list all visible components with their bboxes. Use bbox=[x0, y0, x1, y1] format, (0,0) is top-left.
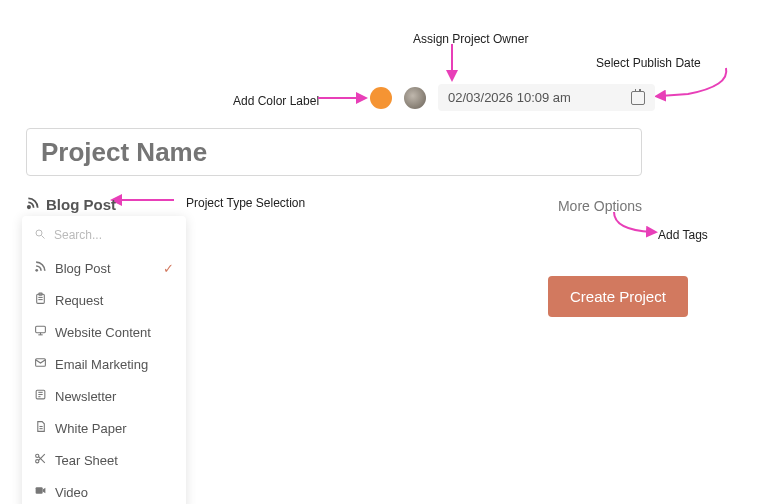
dropdown-item-label: White Paper bbox=[55, 421, 127, 436]
dropdown-item-label: Blog Post bbox=[55, 261, 111, 276]
dropdown-search-input[interactable] bbox=[54, 228, 174, 242]
svg-point-3 bbox=[28, 206, 30, 208]
annot-type-select: Project Type Selection bbox=[186, 196, 305, 210]
create-project-button[interactable]: Create Project bbox=[548, 276, 688, 317]
dropdown-item-label: Video bbox=[55, 485, 88, 500]
dropdown-item[interactable]: Newsletter bbox=[22, 380, 186, 412]
dropdown-item-label: Newsletter bbox=[55, 389, 116, 404]
rss-icon bbox=[34, 260, 47, 276]
scissors-icon bbox=[34, 452, 47, 468]
news-icon bbox=[34, 388, 47, 404]
publish-date-picker[interactable]: 02/03/2026 10:09 am bbox=[438, 84, 655, 111]
dropdown-item[interactable]: Blog Post✓ bbox=[22, 252, 186, 284]
svg-point-4 bbox=[36, 230, 42, 236]
annot-add-tags: Add Tags bbox=[658, 228, 708, 242]
more-options-link[interactable]: More Options bbox=[558, 198, 642, 214]
color-label-dot[interactable] bbox=[370, 87, 392, 109]
doc-icon bbox=[34, 420, 47, 436]
svg-line-5 bbox=[42, 236, 45, 239]
project-name-input[interactable] bbox=[26, 128, 642, 176]
project-type-label: Blog Post bbox=[46, 196, 116, 213]
annot-select-date: Select Publish Date bbox=[596, 56, 701, 70]
project-type-dropdown: Blog Post✓RequestWebsite ContentEmail Ma… bbox=[22, 216, 186, 504]
dropdown-item[interactable]: Email Marketing bbox=[22, 348, 186, 380]
annot-assign-owner: Assign Project Owner bbox=[413, 32, 528, 46]
rss-icon bbox=[26, 196, 40, 213]
project-type-trigger[interactable]: Blog Post bbox=[26, 196, 116, 213]
calendar-icon bbox=[631, 91, 645, 105]
dropdown-item-label: Email Marketing bbox=[55, 357, 148, 372]
monitor-icon bbox=[34, 324, 47, 340]
video-icon bbox=[34, 484, 47, 500]
dropdown-item[interactable]: White Paper bbox=[22, 412, 186, 444]
check-icon: ✓ bbox=[163, 261, 174, 276]
clipboard-icon bbox=[34, 292, 47, 308]
dropdown-item-label: Website Content bbox=[55, 325, 151, 340]
dropdown-item-label: Tear Sheet bbox=[55, 453, 118, 468]
dropdown-item[interactable]: Tear Sheet bbox=[22, 444, 186, 476]
dropdown-item-label: Request bbox=[55, 293, 103, 308]
dropdown-item[interactable]: Video bbox=[22, 476, 186, 504]
mail-icon bbox=[34, 356, 47, 372]
dropdown-item[interactable]: Website Content bbox=[22, 316, 186, 348]
search-icon bbox=[34, 226, 46, 244]
owner-avatar[interactable] bbox=[404, 87, 426, 109]
publish-date-text: 02/03/2026 10:09 am bbox=[448, 90, 571, 105]
dropdown-item[interactable]: Request bbox=[22, 284, 186, 316]
annot-add-color: Add Color Label bbox=[233, 94, 319, 108]
